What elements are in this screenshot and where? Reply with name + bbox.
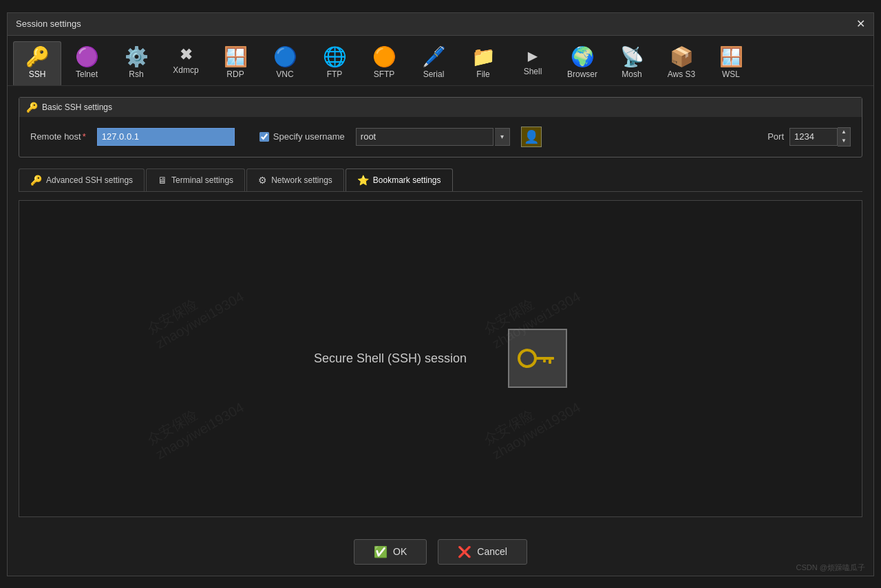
cancel-button[interactable]: ❌ Cancel bbox=[438, 539, 527, 565]
remote-host-label: Remote host* bbox=[30, 131, 86, 142]
basic-ssh-settings-group: 🔑 Basic SSH settings Remote host* Specif… bbox=[19, 97, 862, 157]
tab-network-settings[interactable]: ⚙ Network settings bbox=[246, 168, 344, 191]
terminal-tab-label: Terminal settings bbox=[171, 175, 233, 185]
tab-vnc[interactable]: 🔵 VNC bbox=[261, 41, 309, 85]
tab-awss3[interactable]: 📦 Aws S3 bbox=[657, 41, 705, 85]
cancel-icon: ❌ bbox=[458, 545, 471, 558]
watermark-4: 众安保险zhaoyiwei19304 bbox=[480, 383, 583, 462]
username-input[interactable] bbox=[356, 128, 493, 146]
xdmcp-icon: ✖ bbox=[180, 47, 192, 63]
svg-rect-2 bbox=[549, 360, 551, 364]
mosh-icon: 📡 bbox=[620, 47, 644, 67]
network-tab-label: Network settings bbox=[271, 175, 332, 185]
tab-advanced-ssh[interactable]: 🔑 Advanced SSH settings bbox=[19, 168, 145, 191]
sub-tabs-bar: 🔑 Advanced SSH settings 🖥 Terminal setti… bbox=[19, 168, 862, 192]
tab-awss3-label: Aws S3 bbox=[668, 69, 695, 79]
rdp-icon: 🪟 bbox=[224, 47, 248, 67]
terminal-tab-icon: 🖥 bbox=[158, 175, 167, 186]
svg-rect-3 bbox=[543, 360, 546, 362]
tab-rdp-label: RDP bbox=[226, 69, 244, 79]
tab-browser-label: Browser bbox=[567, 69, 597, 79]
tab-wsl-label: WSL bbox=[722, 69, 740, 79]
port-label: Port bbox=[767, 131, 784, 142]
tab-xdmcp[interactable]: ✖ Xdmcp bbox=[162, 41, 210, 85]
username-combo: ▾ bbox=[356, 128, 510, 146]
main-content: 🔑 Basic SSH settings Remote host* Specif… bbox=[8, 86, 873, 528]
watermark-1: 众安保险zhaoyiwei19304 bbox=[144, 273, 246, 352]
port-increment-button[interactable]: ▲ bbox=[838, 128, 850, 137]
tab-browser[interactable]: 🌍 Browser bbox=[558, 41, 606, 85]
tab-bookmark-settings[interactable]: ⭐ Bookmark settings bbox=[346, 168, 453, 191]
tab-vnc-label: VNC bbox=[276, 69, 293, 79]
vnc-icon: 🔵 bbox=[273, 47, 297, 67]
session-text: Secure Shell (SSH) session bbox=[314, 351, 467, 366]
cancel-label: Cancel bbox=[477, 546, 507, 557]
tab-mosh-label: Mosh bbox=[622, 69, 641, 79]
specify-username-checkbox-label[interactable]: Specify username bbox=[259, 131, 345, 142]
ok-icon: ✅ bbox=[374, 545, 388, 558]
tab-rsh-label: Rsh bbox=[129, 69, 143, 79]
tab-ssh-label: SSH bbox=[29, 69, 46, 79]
port-decrement-button[interactable]: ▼ bbox=[838, 137, 850, 146]
tab-telnet-label: Telnet bbox=[76, 69, 98, 79]
tab-ftp[interactable]: 🌐 FTP bbox=[310, 41, 359, 85]
tab-serial[interactable]: 🖊️ Serial bbox=[410, 41, 458, 85]
tab-ftp-label: FTP bbox=[327, 69, 343, 79]
tab-rsh[interactable]: ⚙️ Rsh bbox=[112, 41, 160, 85]
settings-header-icon: 🔑 bbox=[26, 102, 38, 113]
tab-wsl[interactable]: 🪟 WSL bbox=[707, 41, 755, 85]
key-svg bbox=[517, 345, 558, 372]
bookmark-tab-label: Bookmark settings bbox=[373, 175, 441, 185]
settings-header-label: Basic SSH settings bbox=[42, 102, 112, 112]
title-bar: Session settings ✕ bbox=[8, 13, 873, 36]
svg-rect-1 bbox=[535, 357, 554, 360]
close-button[interactable]: ✕ bbox=[856, 19, 865, 30]
ok-button[interactable]: ✅ OK bbox=[354, 539, 427, 565]
bookmark-tab-icon: ⭐ bbox=[357, 175, 369, 186]
tab-terminal-settings[interactable]: 🖥 Terminal settings bbox=[146, 168, 245, 191]
port-input[interactable] bbox=[789, 128, 838, 146]
settings-group-body: Remote host* Specify username ▾ bbox=[19, 117, 862, 157]
dropdown-arrow-icon: ▾ bbox=[500, 133, 504, 140]
tab-shell[interactable]: ▶ Shell bbox=[509, 41, 557, 85]
window-title: Session settings bbox=[16, 19, 81, 29]
user-icon-button[interactable]: 👤 bbox=[521, 127, 542, 147]
tab-rdp[interactable]: 🪟 RDP bbox=[211, 41, 259, 85]
bottom-bar: ✅ OK ❌ Cancel bbox=[8, 528, 873, 576]
tab-ssh[interactable]: 🔑 SSH bbox=[13, 41, 61, 85]
tab-telnet[interactable]: 🟣 Telnet bbox=[63, 41, 111, 85]
serial-icon: 🖊️ bbox=[422, 47, 446, 67]
ok-label: OK bbox=[393, 546, 407, 557]
tab-xdmcp-label: Xdmcp bbox=[173, 65, 198, 75]
session-panel: 众安保险zhaoyiwei19304 众安保险zhaoyiwei19304 众安… bbox=[19, 200, 862, 517]
tab-file[interactable]: 📁 File bbox=[459, 41, 507, 85]
network-tab-icon: ⚙ bbox=[258, 175, 267, 186]
ssh-icon: 🔑 bbox=[25, 47, 50, 67]
specify-username-checkbox[interactable] bbox=[259, 132, 269, 142]
user-person-icon: 👤 bbox=[524, 129, 539, 144]
attribution: CSDN @烦躁嗑瓜子 bbox=[796, 563, 865, 573]
svg-point-0 bbox=[519, 350, 535, 367]
tab-mosh[interactable]: 📡 Mosh bbox=[608, 41, 656, 85]
protocol-tabs-bar: 🔑 SSH 🟣 Telnet ⚙️ Rsh ✖ Xdmcp 🪟 RDP 🔵 VN… bbox=[8, 36, 873, 86]
tab-sftp[interactable]: 🟠 SFTP bbox=[360, 41, 408, 85]
awss3-icon: 📦 bbox=[670, 47, 694, 67]
remote-host-input[interactable] bbox=[97, 128, 235, 146]
telnet-icon: 🟣 bbox=[75, 47, 99, 67]
advanced-ssh-tab-icon: 🔑 bbox=[30, 175, 42, 186]
port-input-wrap: ▲ ▼ bbox=[789, 127, 851, 146]
session-info: Secure Shell (SSH) session bbox=[314, 329, 567, 388]
session-settings-dialog: Session settings ✕ 🔑 SSH 🟣 Telnet ⚙️ Rsh… bbox=[7, 12, 874, 576]
wsl-icon: 🪟 bbox=[719, 47, 743, 67]
shell-icon: ▶ bbox=[528, 47, 538, 64]
file-icon: 📁 bbox=[471, 47, 496, 67]
tab-file-label: File bbox=[476, 69, 489, 79]
port-section: Port ▲ ▼ bbox=[767, 127, 851, 146]
ftp-icon: 🌐 bbox=[323, 47, 347, 67]
rsh-icon: ⚙️ bbox=[125, 47, 149, 67]
username-dropdown-button[interactable]: ▾ bbox=[495, 128, 510, 146]
sftp-icon: 🟠 bbox=[372, 47, 396, 67]
tab-sftp-label: SFTP bbox=[374, 69, 395, 79]
ssh-session-icon-box bbox=[508, 329, 567, 388]
port-spinner: ▲ ▼ bbox=[838, 127, 851, 146]
